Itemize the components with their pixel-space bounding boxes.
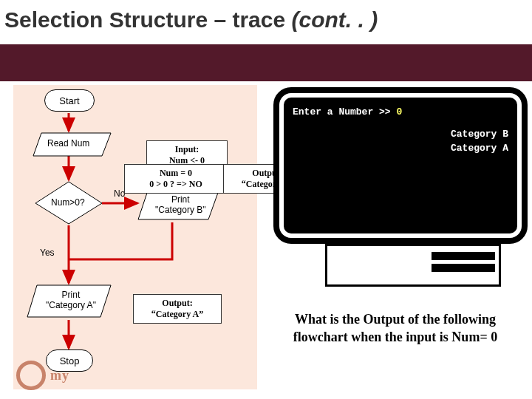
console: Enter a Number >> 0 Category B Category … [284, 98, 517, 233]
annot-cond-l2: 0 > 0 ? => NO [131, 179, 221, 190]
watermark-text: my [50, 368, 69, 383]
annot-cond-l1: Num = 0 [131, 168, 221, 179]
decorative-box [325, 244, 501, 287]
decorative-bar [432, 264, 495, 272]
flow-printB: Print "Category B" [155, 194, 206, 215]
watermark-ring-icon [16, 361, 46, 390]
title-prefix: Selection Structure – trace [4, 7, 291, 32]
flow-read: Read Num [47, 138, 89, 149]
console-out2: Category A [293, 141, 508, 156]
decorative-bar [432, 252, 495, 260]
watermark: my [16, 362, 69, 392]
flow-printA: Print "Category A" [46, 290, 96, 310]
console-prompt-value: 0 [396, 106, 402, 117]
console-frame: Enter a Number >> 0 Category B Category … [273, 87, 528, 244]
flow-decision: Num>0? [51, 197, 85, 208]
console-prompt-text: Enter a Number >> [293, 106, 396, 117]
annot-outA-l2: “Category A” [140, 309, 215, 320]
flow-arrows [13, 85, 257, 389]
annot-outA: Output: “Category A” [133, 294, 222, 324]
title-bar [0, 44, 532, 81]
annot-input-l1: Input: [153, 144, 221, 155]
flowchart: Start Read Num Num>0? Yes No Print "Cate… [13, 85, 257, 389]
annot-cond: Num = 0 0 > 0 ? => NO [124, 164, 228, 194]
console-prompt: Enter a Number >> 0 [293, 105, 508, 120]
annot-outA-l1: Output: [140, 298, 215, 309]
slide-title: Selection Structure – trace (cont. . ) [4, 7, 378, 33]
title-ital: (cont. . ) [291, 7, 378, 32]
question-text: What is the Output of the following flow… [266, 310, 525, 347]
flow-yes: Yes [40, 248, 55, 258]
console-out1: Category B [293, 127, 508, 142]
flow-start: Start [44, 89, 95, 112]
